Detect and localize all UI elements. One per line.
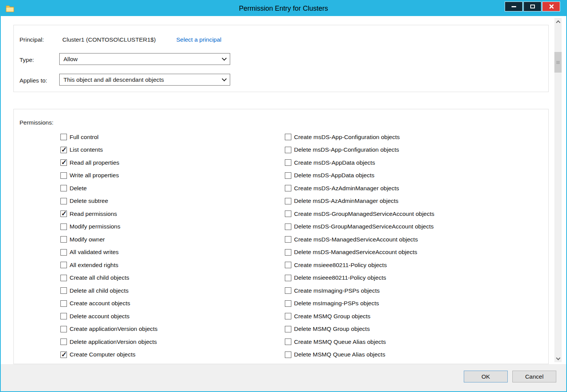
permission-label: Delete msImaging-PSPs objects: [294, 300, 379, 307]
permission-checkbox[interactable]: [60, 211, 67, 217]
permission-row: Read permissions: [60, 207, 285, 220]
permission-label: Delete msDS-GroupManagedServiceAccount o…: [294, 223, 434, 230]
permission-row: All extended rights: [60, 259, 285, 272]
permission-checkbox[interactable]: [285, 172, 291, 179]
permission-row: Write all properties: [60, 169, 285, 182]
permission-row: Create account objects: [60, 297, 285, 310]
permission-row: Create msDS-AppData objects: [285, 156, 545, 169]
ok-button[interactable]: OK: [464, 371, 508, 382]
permissions-column-right: Create msDS-App-Configuration objectsDel…: [285, 131, 545, 361]
permission-label: Delete subtree: [70, 198, 108, 204]
permission-row: Delete: [60, 182, 285, 195]
permission-row: Delete msDS-AzAdminManager objects: [285, 195, 545, 208]
type-label: Type:: [19, 57, 34, 63]
permission-label: Create MSMQ Group objects: [294, 313, 370, 320]
permission-checkbox[interactable]: [60, 147, 67, 153]
permissions-columns: Full controlList contentsRead all proper…: [14, 131, 548, 361]
permission-label: All validated writes: [70, 249, 119, 256]
permission-entry-dialog: Permission Entry for Clusters Principal:…: [0, 0, 567, 392]
chevron-up-icon: [556, 20, 560, 24]
permission-checkbox[interactable]: [285, 262, 291, 268]
type-dropdown[interactable]: Allow: [59, 53, 230, 65]
permission-checkbox[interactable]: [60, 313, 67, 319]
permission-label: Delete account objects: [70, 313, 130, 320]
permission-checkbox[interactable]: [60, 352, 67, 358]
scrollbar-grip-icon: [556, 62, 560, 63]
dialog-body: Principal: Cluster1 (CONTOSO\CLUSTER1$) …: [1, 16, 566, 391]
minimize-icon: [512, 6, 516, 7]
chevron-down-icon: [222, 76, 227, 81]
permission-checkbox[interactable]: [60, 236, 67, 243]
dialog-footer: OK Cancel: [1, 364, 566, 391]
permission-checkbox[interactable]: [60, 262, 67, 268]
maximize-button[interactable]: [523, 2, 541, 11]
permission-row: Create MSMQ Group objects: [285, 310, 545, 323]
permission-label: Modify owner: [70, 236, 105, 243]
permission-checkbox[interactable]: [60, 198, 67, 204]
permission-checkbox[interactable]: [285, 159, 291, 166]
permission-checkbox[interactable]: [60, 134, 67, 140]
permission-checkbox[interactable]: [285, 185, 291, 191]
permission-checkbox[interactable]: [60, 224, 67, 230]
permission-label: Create msDS-AppData objects: [294, 159, 375, 166]
permission-checkbox[interactable]: [285, 147, 291, 153]
cancel-button[interactable]: Cancel: [512, 371, 556, 382]
permission-label: Delete msDS-AzAdminManager objects: [294, 198, 398, 204]
permission-label: Create msDS-GroupManagedServiceAccount o…: [294, 211, 434, 217]
permission-checkbox[interactable]: [285, 249, 291, 256]
scrollbar-thumb[interactable]: [554, 52, 562, 73]
permission-label: All extended rights: [70, 262, 119, 269]
permission-row: Create msDS-ManagedServiceAccount object…: [285, 233, 545, 246]
permission-checkbox[interactable]: [60, 172, 67, 179]
permission-checkbox[interactable]: [60, 300, 67, 307]
select-principal-link[interactable]: Select a principal: [176, 36, 221, 43]
permission-checkbox[interactable]: [285, 313, 291, 319]
permission-checkbox[interactable]: [285, 326, 291, 332]
permission-label: Modify permissions: [70, 223, 120, 230]
permission-checkbox[interactable]: [60, 326, 67, 332]
chevron-down-icon: [222, 56, 227, 61]
permission-checkbox[interactable]: [285, 224, 291, 230]
permission-row: Delete MSMQ Group objects: [285, 323, 545, 336]
scroll-up-button[interactable]: [554, 18, 562, 25]
permission-checkbox[interactable]: [285, 236, 291, 243]
applies-to-dropdown-value: This object and all descendant objects: [63, 76, 164, 83]
vertical-scrollbar[interactable]: [554, 18, 562, 362]
permission-row: Full control: [60, 131, 285, 144]
close-button[interactable]: [542, 2, 560, 11]
applies-to-label: Applies to:: [19, 77, 47, 84]
permission-checkbox[interactable]: [60, 275, 67, 281]
permission-checkbox[interactable]: [60, 185, 67, 191]
applies-to-dropdown[interactable]: This object and all descendant objects: [59, 74, 230, 86]
permission-row: All validated writes: [60, 246, 285, 259]
permission-checkbox[interactable]: [285, 300, 291, 307]
permission-label: Full control: [70, 134, 99, 141]
permission-row: Modify owner: [60, 233, 285, 246]
permissions-label: Permissions:: [19, 119, 54, 126]
permission-checkbox[interactable]: [285, 134, 291, 140]
permission-checkbox[interactable]: [285, 211, 291, 217]
permission-row: Delete subtree: [60, 195, 285, 208]
permission-checkbox[interactable]: [60, 339, 67, 345]
permission-checkbox[interactable]: [285, 198, 291, 204]
permission-checkbox[interactable]: [285, 352, 291, 358]
permission-checkbox[interactable]: [60, 159, 67, 166]
permission-row: Create all child objects: [60, 272, 285, 285]
window-controls: [505, 2, 560, 11]
permission-row: Delete msDS-AppData objects: [285, 169, 545, 182]
permission-row: Create MSMQ Queue Alias objects: [285, 335, 545, 348]
permission-row: Delete account objects: [60, 310, 285, 323]
title-bar: Permission Entry for Clusters: [1, 1, 566, 16]
permission-checkbox[interactable]: [285, 287, 291, 294]
permission-checkbox[interactable]: [60, 287, 67, 294]
permission-checkbox[interactable]: [60, 249, 67, 256]
minimize-button[interactable]: [505, 2, 523, 11]
type-dropdown-value: Allow: [63, 56, 78, 63]
permission-checkbox[interactable]: [285, 275, 291, 281]
permission-label: Create applicationVersion objects: [70, 326, 158, 332]
permission-row: Create applicationVersion objects: [60, 323, 285, 336]
permission-label: Delete msDS-AppData objects: [294, 172, 374, 179]
permission-checkbox[interactable]: [285, 339, 291, 345]
permission-label: Create msDS-AzAdminManager objects: [294, 185, 399, 192]
scroll-down-button[interactable]: [554, 355, 562, 362]
